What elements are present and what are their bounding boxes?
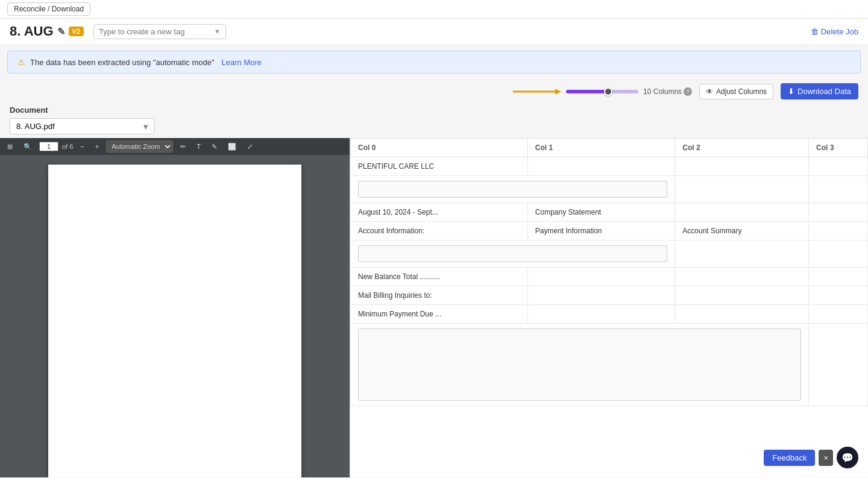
- tag-input-wrap: ▼: [93, 24, 226, 39]
- pdf-toolbar: ⊞ 🔍 of 6 − + Automatic Zoom ✏ T ✎ ⬜ ⤢: [0, 138, 350, 155]
- pdf-page: August 10, 2024 - September 09, 2024: [48, 165, 301, 477]
- cell-box[interactable]: [358, 181, 667, 198]
- reconcile-download-btn[interactable]: Reconcile / Download: [7, 2, 90, 16]
- col-header-2: Col 2: [675, 139, 809, 157]
- chevron-down-icon[interactable]: ▼: [214, 28, 221, 35]
- cell-0-1: [527, 157, 675, 176]
- table-row: Account Information: Payment Information…: [351, 222, 868, 241]
- cell-large-box-inner[interactable]: [358, 329, 801, 401]
- pdf-draw-tool[interactable]: ✏: [177, 141, 189, 153]
- cell-box-row[interactable]: [351, 176, 675, 203]
- learn-more-link[interactable]: Learn More: [222, 58, 262, 67]
- feedback-close-button[interactable]: ×: [819, 450, 833, 466]
- version-badge: V2: [69, 27, 84, 36]
- col-header-1: Col 1: [527, 139, 675, 157]
- cell-6-2: [675, 286, 809, 305]
- warning-icon: ⚠: [17, 57, 25, 67]
- cell-3-0[interactable]: Account Information:: [351, 222, 528, 241]
- delete-job-label: Delete Job: [821, 27, 858, 36]
- cell-box-row-2[interactable]: [351, 241, 675, 268]
- document-label: Document: [10, 105, 858, 115]
- table-row: [351, 241, 868, 268]
- pdf-zoom-select[interactable]: Automatic Zoom: [106, 140, 173, 153]
- pdf-zoom-out[interactable]: −: [77, 141, 87, 152]
- cell-6-3: [809, 286, 868, 305]
- col-header-0: Col 0: [351, 139, 528, 157]
- cell-7-2: [675, 305, 809, 324]
- cell-2-3: [809, 203, 868, 222]
- table-row: Mail Billing Inquiries to:: [351, 286, 868, 305]
- download-data-label: Download Data: [797, 87, 851, 96]
- data-table: Col 0 Col 1 Col 2 Col 3 PLENTIFUL CARE L…: [350, 138, 868, 406]
- alert-message: The data has been extracted using "autom…: [30, 58, 215, 67]
- svg-marker-1: [555, 89, 561, 95]
- download-data-button[interactable]: ⬇ Download Data: [781, 83, 858, 99]
- arrow-graphic: [513, 86, 561, 98]
- cell-2-0[interactable]: August 10, 2024 - Sept...: [351, 203, 528, 222]
- cell-5-3: [809, 268, 868, 286]
- adjust-columns-label: Adjust Columns: [716, 87, 767, 96]
- cell-2-1[interactable]: Company Statement: [527, 203, 675, 222]
- data-table-wrap: Col 0 Col 1 Col 2 Col 3 PLENTIFUL CARE L…: [350, 138, 868, 477]
- cell-7-0[interactable]: Minimum Payment Due ...: [351, 305, 528, 324]
- cell-large-box[interactable]: [351, 324, 809, 406]
- chat-bubble-button[interactable]: 💬: [837, 447, 858, 468]
- col-header-3: Col 3: [809, 139, 868, 157]
- cell-5-0[interactable]: New Balance Total ..........: [351, 268, 528, 286]
- edit-icon[interactable]: ✎: [57, 26, 65, 37]
- document-select-wrap: 8. AUG.pdf ▼: [10, 118, 154, 134]
- cell-box-2[interactable]: [358, 245, 667, 262]
- cell-1-2: [675, 176, 809, 203]
- help-icon[interactable]: ?: [684, 87, 692, 96]
- table-row: PLENTIFUL CARE LLC: [351, 157, 868, 176]
- document-section: Document 8. AUG.pdf ▼: [0, 103, 868, 138]
- pdf-page-input[interactable]: [39, 142, 58, 151]
- alert-banner: ⚠ The data has been extracted using "aut…: [7, 51, 861, 74]
- pdf-image-tool[interactable]: ⬜: [224, 141, 240, 153]
- table-row: [351, 324, 868, 406]
- pdf-search-btn[interactable]: 🔍: [20, 141, 36, 153]
- feedback-button[interactable]: Feedback: [764, 450, 815, 466]
- toolbar-row: 10 Columns ? 👁 Adjust Columns ⬇ Download…: [0, 80, 868, 103]
- table-row: August 10, 2024 - Sept... Company Statem…: [351, 203, 868, 222]
- cell-6-1: [527, 286, 675, 305]
- cell-4-3: [809, 241, 868, 268]
- eye-icon: 👁: [706, 87, 713, 96]
- columns-slider-wrap: 10 Columns ?: [513, 86, 692, 98]
- pdf-content: August 10, 2024 - September 09, 2024: [0, 155, 350, 477]
- document-select[interactable]: 8. AUG.pdf: [10, 118, 154, 134]
- cell-8-3: [809, 324, 868, 406]
- table-row: [351, 176, 868, 203]
- cell-5-1: [527, 268, 675, 286]
- delete-job-button[interactable]: 🗑 Delete Job: [811, 27, 858, 36]
- columns-label: 10 Columns ?: [643, 87, 692, 96]
- adjust-columns-button[interactable]: 👁 Adjust Columns: [699, 84, 773, 99]
- cell-5-2: [675, 268, 809, 286]
- cell-4-2: [675, 241, 809, 268]
- pdf-page-count: of 6: [62, 143, 73, 150]
- cell-3-2[interactable]: Account Summary: [675, 222, 809, 241]
- cell-0-2: [675, 157, 809, 176]
- columns-slider[interactable]: [566, 90, 638, 93]
- cell-3-3: [809, 222, 868, 241]
- pdf-zoom-in[interactable]: +: [92, 141, 102, 152]
- pdf-expand-tool[interactable]: ⤢: [244, 141, 256, 153]
- chat-icon: 💬: [841, 452, 854, 464]
- title-text: 8. AUG: [10, 24, 54, 39]
- cell-1-3: [809, 176, 868, 203]
- cell-0-0[interactable]: PLENTIFUL CARE LLC: [351, 157, 528, 176]
- cell-7-3: [809, 305, 868, 324]
- pdf-edit-tool[interactable]: ✎: [208, 141, 221, 153]
- cell-3-1[interactable]: Payment Information: [527, 222, 675, 241]
- main-content: ⊞ 🔍 of 6 − + Automatic Zoom ✏ T ✎ ⬜ ⤢ Au…: [0, 138, 868, 477]
- cell-6-0[interactable]: Mail Billing Inquiries to:: [351, 286, 528, 305]
- pdf-sidebar-toggle[interactable]: ⊞: [4, 141, 16, 153]
- download-icon: ⬇: [788, 87, 794, 96]
- trash-icon: 🗑: [811, 27, 819, 36]
- cell-2-2: [675, 203, 809, 222]
- tag-input[interactable]: [99, 27, 214, 36]
- table-row: New Balance Total ..........: [351, 268, 868, 286]
- pdf-text-tool[interactable]: T: [193, 141, 204, 152]
- table-row: Minimum Payment Due ...: [351, 305, 868, 324]
- page-title: 8. AUG ✎ V2: [10, 24, 84, 39]
